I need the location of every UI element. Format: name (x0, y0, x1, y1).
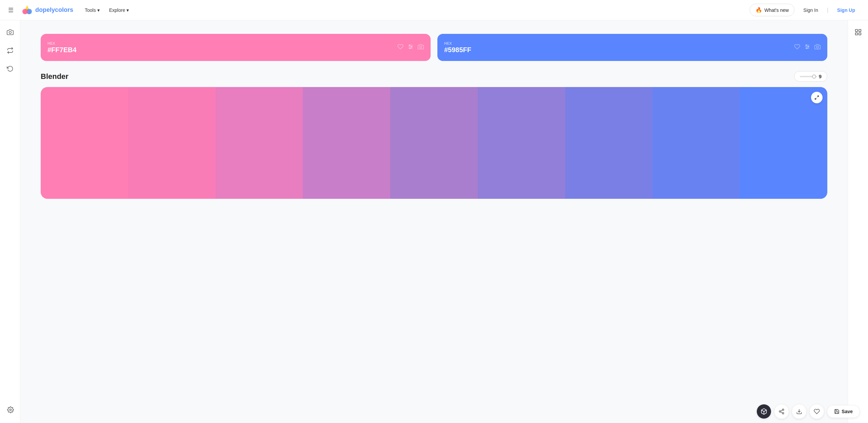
svg-point-13 (411, 46, 412, 47)
palette-swatch-2[interactable] (216, 87, 303, 199)
svg-point-12 (409, 45, 410, 46)
logo[interactable]: dopelycolors (22, 5, 73, 16)
color-info-2: HEX #5985FF (444, 41, 471, 54)
logo-icon (22, 5, 33, 16)
download-button[interactable] (792, 404, 807, 419)
save-button[interactable]: Save (827, 405, 860, 418)
navbar: ☰ dopelycolors Tools ▾ Explore ▾ 🔥 (0, 0, 868, 20)
whats-new-button[interactable]: 🔥 What's new (750, 4, 794, 16)
palette-swatch-7[interactable] (652, 87, 740, 199)
color-hex-1[interactable]: #FF7EB4 (47, 46, 77, 54)
svg-line-29 (781, 412, 783, 413)
right-sidebar (848, 20, 868, 423)
svg-point-22 (816, 46, 818, 48)
main-content: HEX #FF7EB4 (20, 20, 848, 423)
explore-menu[interactable]: Explore ▾ (106, 5, 132, 15)
camera-button[interactable] (4, 26, 17, 39)
palette-swatch-1[interactable] (128, 87, 216, 199)
svg-point-27 (780, 411, 781, 413)
expand-palette-button[interactable] (811, 92, 823, 103)
nav-menu: Tools ▾ Explore ▾ (81, 5, 132, 15)
palette-swatch-0[interactable] (41, 87, 128, 199)
color-label-1: HEX (47, 41, 77, 45)
color-label-2: HEX (444, 41, 471, 45)
chevron-down-icon: ▾ (97, 7, 100, 13)
color-card-1: HEX #FF7EB4 (41, 34, 431, 61)
color-info-1: HEX #FF7EB4 (47, 41, 77, 54)
blender-section: Blender 9 (41, 71, 827, 199)
svg-point-20 (808, 46, 809, 47)
heart-action-1[interactable] (397, 44, 403, 51)
signup-button[interactable]: Sign Up (832, 5, 860, 16)
cube-button[interactable] (756, 404, 771, 419)
nav-left: ☰ dopelycolors Tools ▾ Explore ▾ (8, 5, 132, 16)
signin-button[interactable]: Sign In (798, 5, 823, 16)
svg-point-21 (806, 48, 807, 49)
camera-action-1[interactable] (418, 44, 424, 51)
svg-rect-8 (859, 33, 861, 35)
palette-swatch-5[interactable] (478, 87, 565, 199)
svg-rect-6 (859, 29, 861, 31)
nav-right: 🔥 What's new Sign In | Sign Up (750, 4, 860, 16)
sliders-action-1[interactable] (408, 44, 414, 51)
heart-action-2[interactable] (794, 44, 800, 51)
share-button[interactable] (774, 404, 789, 419)
svg-point-15 (420, 46, 422, 48)
fire-icon: 🔥 (755, 7, 762, 13)
blender-count-value: 9 (819, 73, 822, 79)
svg-point-19 (806, 45, 807, 46)
svg-point-2 (22, 9, 28, 14)
color-actions-1 (397, 44, 424, 51)
svg-point-28 (783, 413, 784, 414)
color-actions-2 (794, 44, 821, 51)
chevron-down-icon: ▾ (126, 7, 129, 13)
sliders-action-2[interactable] (804, 44, 810, 51)
color-card-2: HEX #5985FF (437, 34, 827, 61)
svg-point-26 (783, 409, 784, 411)
color-inputs: HEX #FF7EB4 (41, 34, 827, 61)
blender-title: Blender (41, 72, 68, 81)
svg-point-14 (410, 48, 411, 49)
tools-menu[interactable]: Tools ▾ (81, 5, 103, 15)
hamburger-button[interactable]: ☰ (8, 6, 14, 14)
svg-rect-7 (855, 33, 857, 35)
svg-line-30 (781, 410, 783, 411)
color-hex-2[interactable]: #5985FF (444, 46, 471, 54)
svg-point-3 (9, 31, 11, 34)
swap-button[interactable] (4, 44, 17, 57)
palette-swatch-8[interactable] (740, 87, 827, 199)
bottom-bar: Save (0, 400, 868, 423)
blender-header: Blender 9 (41, 71, 827, 82)
undo-button[interactable] (4, 62, 17, 75)
palette-swatch-6[interactable] (565, 87, 653, 199)
camera-action-2[interactable] (814, 44, 821, 51)
favorite-button[interactable] (809, 404, 824, 419)
left-sidebar (0, 20, 20, 423)
palette-swatch-4[interactable] (390, 87, 478, 199)
nav-divider: | (827, 7, 828, 13)
logo-text: dopelycolors (35, 6, 73, 14)
blender-count-control[interactable]: 9 (794, 71, 827, 82)
blender-palette (41, 87, 827, 199)
palette-swatch-3[interactable] (303, 87, 390, 199)
svg-rect-5 (855, 29, 857, 31)
palette-panel-button[interactable] (852, 26, 865, 39)
